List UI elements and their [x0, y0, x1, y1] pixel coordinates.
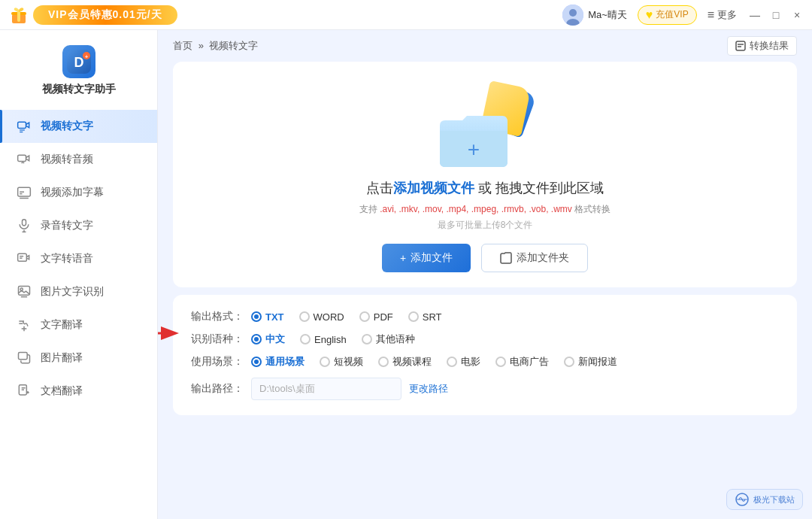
sidebar-logo: D + 视频转文字助手: [0, 38, 157, 110]
path-label: 输出路径：: [191, 382, 251, 396]
lang-chinese[interactable]: 中文: [251, 332, 285, 346]
sidebar-item-text-to-speech[interactable]: 文字转语音: [0, 242, 157, 275]
svg-rect-21: [18, 253, 27, 261]
sidebar-item-video-to-audio[interactable]: 视频转音频: [0, 143, 157, 176]
upload-area[interactable]: + 点击添加视频文件 或 拖拽文件到此区域 支持 .avi, .mkv, .mo…: [173, 62, 797, 287]
scene-news-label: 新闻报道: [578, 355, 617, 369]
add-file-label: 添加文件: [411, 251, 453, 265]
svg-rect-18: [23, 220, 26, 226]
lang-english[interactable]: English: [300, 334, 347, 345]
upload-title-link[interactable]: 添加视频文件: [393, 181, 474, 196]
text-translate-icon: [15, 316, 33, 334]
upload-title: 点击添加视频文件 或 拖拽文件到此区域: [366, 179, 604, 197]
add-file-button[interactable]: + 添加文件: [382, 244, 471, 272]
scene-course-label: 视频课程: [392, 355, 432, 369]
svg-text:D: D: [74, 55, 83, 70]
upload-illustration: +: [440, 84, 530, 167]
scene-general-label: 通用场景: [265, 355, 304, 369]
settings-area: 输出格式： TXT WORD PDF: [173, 295, 797, 415]
sidebar-item-video-to-text[interactable]: 视频转文字: [0, 110, 157, 143]
sidebar-title: 视频转文字助手: [42, 83, 116, 96]
arrow-indicator: [158, 322, 182, 348]
path-input[interactable]: D:\tools\桌面: [251, 378, 401, 400]
breadcrumb-home[interactable]: 首页: [173, 40, 192, 51]
format-txt[interactable]: TXT: [251, 311, 284, 323]
avatar: [562, 5, 583, 26]
watermark-text: 极光下载站: [753, 494, 795, 505]
sidebar-item-add-subtitle[interactable]: 视频添加字幕: [0, 176, 157, 209]
titlebar-left: VIP会员特惠0.01元/天: [8, 4, 177, 26]
change-path-button[interactable]: 更改路径: [409, 382, 448, 396]
watermark: 极光下载站: [726, 489, 803, 510]
radio-movie[interactable]: [447, 357, 457, 367]
content-area: 首页 » 视频转文字 转换结果: [158, 30, 812, 519]
radio-txt[interactable]: [251, 311, 262, 322]
vip-banner[interactable]: VIP会员特惠0.01元/天: [33, 5, 177, 25]
format-word[interactable]: WORD: [299, 311, 344, 323]
image-translate-icon: [15, 349, 33, 367]
radio-general[interactable]: [251, 357, 262, 367]
sidebar-label-doc-translate: 文档翻译: [41, 384, 83, 398]
sidebar-item-image-translate[interactable]: 图片翻译: [0, 341, 157, 375]
format-pdf-label: PDF: [374, 311, 393, 323]
format-pdf[interactable]: PDF: [359, 311, 393, 323]
close-button[interactable]: ×: [789, 8, 804, 23]
svg-text:+: +: [84, 54, 87, 59]
more-label: 更多: [717, 8, 737, 22]
format-srt[interactable]: SRT: [408, 311, 442, 323]
add-folder-button[interactable]: 添加文件夹: [481, 244, 588, 272]
language-row: 识别语种： 中文 English 其他语种: [191, 328, 779, 351]
scene-short-video-label: 短视频: [334, 355, 363, 369]
svg-rect-13: [18, 155, 26, 161]
radio-news[interactable]: [564, 357, 574, 367]
audio-to-text-icon: [15, 217, 33, 235]
sidebar-nav: 视频转文字 视频转音频: [0, 110, 157, 519]
lang-other[interactable]: 其他语种: [362, 332, 415, 346]
recharge-vip-button[interactable]: ♥ 充值VIP: [638, 5, 697, 25]
path-row: 输出路径： D:\tools\桌面 更改路径: [191, 373, 779, 405]
scene-general[interactable]: 通用场景: [251, 355, 304, 369]
breadcrumb-bar: 首页 » 视频转文字 转换结果: [158, 30, 812, 62]
logo-icon: D +: [62, 45, 95, 78]
radio-ecommerce[interactable]: [495, 357, 506, 367]
svg-rect-10: [18, 122, 26, 128]
user-info[interactable]: Ma~晴天: [562, 5, 627, 26]
scene-short-video[interactable]: 短视频: [320, 355, 363, 369]
radio-chinese[interactable]: [251, 334, 262, 344]
breadcrumb: 首页 » 视频转文字: [173, 39, 258, 53]
scene-ecommerce[interactable]: 电商广告: [495, 355, 549, 369]
sidebar-label-video-to-text: 视频转文字: [41, 120, 93, 133]
add-file-icon: +: [400, 252, 406, 264]
radio-pdf[interactable]: [359, 311, 370, 322]
lang-chinese-label: 中文: [265, 332, 285, 346]
radio-english[interactable]: [300, 334, 311, 344]
sidebar-item-doc-translate[interactable]: 文档翻译: [0, 375, 157, 408]
sidebar-item-audio-to-text[interactable]: 录音转文字: [0, 209, 157, 242]
scene-label: 使用场景：: [191, 355, 251, 369]
recharge-label: 充值VIP: [656, 8, 688, 21]
sidebar-item-image-ocr[interactable]: 图片文字识别: [0, 275, 157, 308]
format-options: TXT WORD PDF SRT: [251, 311, 442, 323]
result-btn-label: 转换结果: [750, 39, 789, 53]
radio-word[interactable]: [299, 311, 310, 322]
radio-other[interactable]: [362, 334, 372, 344]
sidebar: D + 视频转文字助手 视频转文字: [0, 30, 158, 519]
scene-course[interactable]: 视频课程: [378, 355, 432, 369]
radio-short-video[interactable]: [320, 357, 330, 367]
upload-title-prefix: 点击: [366, 181, 393, 196]
more-button[interactable]: ≡ 更多: [707, 8, 737, 22]
add-folder-icon: [500, 252, 512, 264]
radio-course[interactable]: [378, 357, 389, 367]
minimize-button[interactable]: —: [747, 8, 762, 23]
scene-movie[interactable]: 电影: [447, 355, 480, 369]
sidebar-label-text-to-speech: 文字转语音: [41, 252, 93, 266]
radio-srt[interactable]: [408, 311, 419, 322]
upload-title-middle: 或: [474, 181, 495, 196]
doc-translate-icon: [15, 382, 33, 400]
result-button[interactable]: 转换结果: [727, 36, 797, 56]
sidebar-label-image-ocr: 图片文字识别: [41, 285, 104, 299]
maximize-button[interactable]: □: [768, 8, 783, 23]
sidebar-item-text-translate[interactable]: 文字翻译: [0, 308, 157, 341]
scene-news[interactable]: 新闻报道: [564, 355, 617, 369]
add-subtitle-icon: [15, 184, 33, 202]
